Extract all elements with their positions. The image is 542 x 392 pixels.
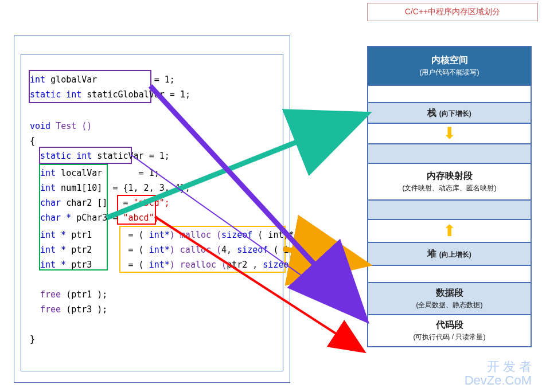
mem-gap4 [368,265,531,282]
mem-kernel: 内核空间 (用户代码不能读写) [368,46,531,85]
watermark-line2: DevZe.CoM [465,374,532,387]
code-line-14: free (ptr3 ); [40,302,107,317]
mem-stack: 栈 (向下增长) [368,102,531,123]
mem-code: 代码段 (可执行代码 / 只读常量) [368,314,531,347]
mem-heap: 堆 (向上增长) [368,242,531,265]
up-arrow-icon: ⬆ [443,223,456,239]
code-line-9: char * pChar3 = "abcd"; [40,210,159,225]
data-sub: (全局数据、静态数据) [416,300,483,310]
mem-gap1 [368,85,531,102]
heap-sub: (向上增长) [439,250,471,258]
diagram-container: C/C++中程序内存区域划分 int globalVar = 1; static… [0,0,542,392]
data-label: 数据段 [436,287,463,299]
code-line-5: static int staticVar = 1; [40,148,170,163]
title-box: C/C++中程序内存区域划分 [367,3,538,21]
mem-heap-arrow: ⬆ [368,219,531,242]
mem-data: 数据段 (全局数据、静态数据) [368,282,531,314]
stack-sub: (向下增长) [439,109,471,117]
watermark-line1: 开 发 者 [465,360,532,374]
mmap-sub: (文件映射、动态库、匿名映射) [403,183,497,193]
code-line-11: int * ptr2 = ( int*) calloc (4, sizeof (… [40,242,315,257]
watermark: 开 发 者 DevZe.CoM [465,360,532,387]
kernel-sub: (用户代码不能读写) [420,68,479,77]
code-line-15: } [30,332,35,347]
code-line-2: static int staticGlobalVar = 1; [30,87,190,102]
code-line-1: int globalVar = 1; [30,72,175,87]
code-line-3: void Test () [30,119,92,134]
mem-mmap: 内存映射段 (文件映射、动态库、匿名映射) [368,163,531,199]
code-line-6: int localVar = 1; [40,166,159,181]
memory-layout: 内核空间 (用户代码不能读写) 栈 (向下增长) ⬇ 内存映射段 (文件映射、动… [367,46,532,347]
mem-gap3 [368,199,531,219]
code-seg-label: 代码段 [436,319,463,331]
heap-label: 堆 [427,249,436,258]
code-line-4: { [30,134,35,148]
code-line-12: int * ptr3 = ( int*) realloc (ptr2 , siz… [40,257,351,272]
down-arrow-icon: ⬇ [443,126,456,142]
stack-label: 栈 [427,108,436,117]
code-line-8: char char2 [] = "abcd"; [40,195,170,210]
code-line-7: int num1[10] = {1, 2, 3, 4}; [40,181,190,195]
mem-gap2 [368,143,531,163]
code-line-13: free (ptr1 ); [40,287,107,302]
code-line-10: int * ptr1 = ( int*) malloc (sizeof ( in… [40,228,310,242]
title-text: C/C++中程序内存区域划分 [405,7,500,16]
mmap-label: 内存映射段 [427,170,473,182]
mem-stack-arrow: ⬇ [368,123,531,143]
code-seg-sub: (可执行代码 / 只读常量) [414,332,486,342]
kernel-label: 内核空间 [431,54,468,66]
